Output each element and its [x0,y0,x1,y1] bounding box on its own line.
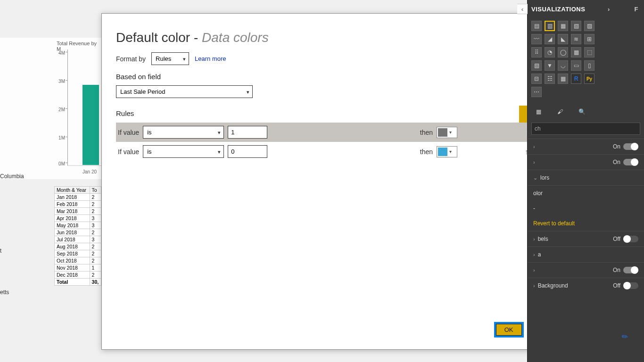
stacked-area-icon[interactable]: ◣ [558,34,568,44]
format-section[interactable]: ›a [528,247,644,262]
rule-row[interactable]: If value is then ↑ ↓ ✕ [116,123,562,142]
dialog-title: Default color - Data colors [102,14,576,52]
filled-map-icon[interactable]: ▧ [531,60,542,71]
toggle[interactable] [623,159,638,165]
format-by-select[interactable]: Rules [151,52,189,65]
if-value-label: If value [118,148,139,156]
funnel-icon[interactable]: ▼ [545,60,555,71]
condition-select[interactable]: is [143,145,224,158]
format-section[interactable]: ›bels Off [528,231,644,247]
python-visual-icon[interactable]: Py [584,74,594,84]
based-on-field-label: Based on field [116,73,562,81]
ok-button[interactable]: OK [494,322,524,337]
background-chart: Total Revenue by M 4M 3M 2M 1M 0M Jan 20 [0,38,101,179]
visualizations-panel: ‹ VISUALIZATIONS › F ▤ ▥ ▦ ▧ ▨ 〰 ◢ ◣ ≋ ⊞… [527,0,644,362]
chevron-right-icon[interactable]: › [606,4,612,15]
gauge-icon[interactable]: ◡ [558,60,568,71]
fields-tab-icon[interactable]: ▦ [533,107,544,117]
multi-card-icon[interactable]: ▯ [584,60,594,71]
based-on-field-select[interactable]: Last Sale Period [116,85,253,98]
then-label: then [420,148,433,156]
toggle[interactable] [623,267,638,273]
analytics-tab-icon[interactable]: 🔍 [577,107,587,117]
format-by-label: Format by [116,55,146,63]
rules-label: Rules [116,109,134,117]
color-picker[interactable] [437,127,457,138]
format-section: - [528,201,644,216]
format-section[interactable]: ⌄lors [528,170,644,185]
toggle[interactable] [623,236,638,242]
waterfall-icon[interactable]: ⊞ [584,34,594,44]
hundred-stacked-icon[interactable]: ▨ [584,21,594,31]
toggle[interactable] [623,282,638,289]
stacked-bar-icon[interactable]: ▤ [531,21,542,31]
format-section[interactable]: olor [528,185,644,201]
data-colors-dialog: ✕ Default color - Data colors Format by … [101,13,577,350]
donut-icon[interactable]: ◯ [558,47,568,58]
toggle[interactable] [623,143,638,150]
format-tab-icon[interactable]: 🖌 [555,107,565,117]
pen-cursor-icon: ✎ [619,331,630,342]
revert-to-default-link[interactable]: Revert to default [528,216,644,231]
panel-title: VISUALIZATIONS [531,6,585,13]
then-label: then [420,129,433,136]
slicer-icon[interactable]: ☷ [545,74,555,84]
map-icon[interactable]: ⬚ [584,47,594,58]
if-value-label: If value [118,129,139,136]
rule-value-input[interactable] [228,145,267,158]
pie-chart-icon[interactable]: ◔ [545,47,555,58]
table-icon[interactable]: ▦ [558,74,568,84]
color-picker[interactable] [437,146,457,157]
format-section[interactable]: › On [528,139,644,154]
treemap-icon[interactable]: ▦ [571,47,581,58]
r-visual-icon[interactable]: R [571,74,581,84]
stacked-column-icon[interactable]: ▦ [558,21,568,31]
chart-bar [83,85,99,165]
learn-more-link[interactable]: Learn more [195,55,226,62]
format-section-background[interactable]: ›Background Off [528,278,644,293]
line-chart-icon[interactable]: 〰 [531,34,542,44]
scatter-icon[interactable]: ⠿ [531,47,542,58]
ribbon-icon[interactable]: ≋ [571,34,581,44]
rule-value-input[interactable] [228,126,267,139]
visual-icon-grid: ▤ ▥ ▦ ▧ ▨ 〰 ◢ ◣ ≋ ⊞ ⠿ ◔ ◯ ▦ ⬚ ▧ ▼ ◡ ▭ ▯ … [528,18,644,100]
format-section[interactable]: › On [528,154,644,170]
kpi-icon[interactable]: ⊟ [531,74,542,84]
search-input[interactable]: ch [531,123,640,135]
area-chart-icon[interactable]: ◢ [545,34,555,44]
card-icon[interactable]: ▭ [571,60,581,71]
format-section[interactable]: › On [528,262,644,278]
condition-select[interactable]: is [143,126,224,139]
more-visuals-icon[interactable]: ⋯ [531,87,542,97]
collapse-panel-icon[interactable]: ‹ [517,4,528,14]
clustered-bar-icon[interactable]: ▧ [571,21,581,31]
clustered-column-icon[interactable]: ▥ [545,21,555,31]
rule-row[interactable]: If value is then ↑ ↓ ✕ [116,142,562,161]
background-table: Month & YearTo Jan 20182 Feb 20182 Mar 2… [54,186,101,286]
